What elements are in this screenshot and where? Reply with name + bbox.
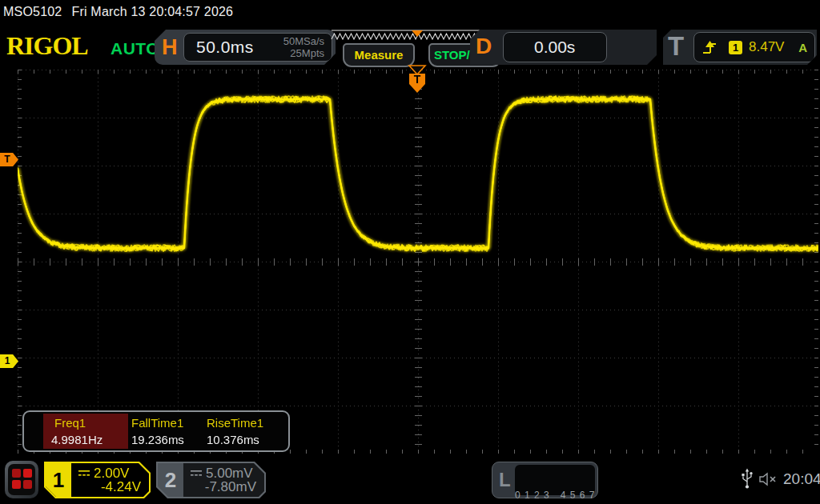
datetime: Fri March 13 20:04:57 2026 [71,5,233,18]
display-layout-button[interactable] [5,461,38,498]
measure-button[interactable]: Measure [343,43,415,67]
timebase-valuebox[interactable]: 50.0ms 50MSa/s 25Mpts [183,33,332,62]
trigger-position-marker[interactable]: T [406,64,428,94]
logic-channels-block[interactable]: L 0 1 2 3 4 5 6 7 8 9 1011 12131415 [492,462,598,498]
dc-coupling-icon [190,469,203,478]
channel2-status-block[interactable]: 2 5.00mV -7.80mV [156,462,266,498]
waveform-display[interactable] [18,70,818,454]
trigger-level-marker[interactable]: T [0,153,18,166]
channel1-status-block[interactable]: 1 2.00V -4.24V [44,462,151,498]
svg-text:T: T [414,73,421,86]
timebase-value: 50.0ms [196,38,254,57]
trigger-settings-box[interactable]: T 1 8.47V A [663,30,817,65]
trigger-label: T [668,31,684,62]
delay-settings-box[interactable]: D 0.00s [470,30,657,65]
channel1-number[interactable]: 1 [46,463,71,497]
channel2-number[interactable]: 2 [158,463,183,497]
delay-value: 0.00s [534,38,575,57]
measurement-value: 10.376ms [207,433,259,446]
logic-label: L [499,469,511,491]
sample-rate: 50MSa/s [283,35,324,47]
measurement-panel[interactable]: Freq1 4.9981Hz FallTime1 19.236ms RiseTi… [22,410,290,452]
usb-icon [741,468,754,490]
measurement-value: 4.9981Hz [51,433,102,446]
measurement-label[interactable]: RiseTime1 [207,416,263,430]
memory-depth: 25Mpts [283,47,324,59]
brand-logo: RIGOL [6,31,88,61]
measurement-value: 19.236ms [131,433,184,446]
model-name: MSO5102 [3,5,62,18]
delay-label: D [476,34,492,59]
rising-edge-icon [701,39,718,55]
trigger-level-value: 8.47V [749,39,784,55]
measurement-label[interactable]: FallTime1 [131,416,183,430]
logic-channel-list: 0 1 2 3 4 5 6 7 8 9 1011 12131415 [515,465,595,495]
logic-row: 0 1 2 3 4 5 6 7 [515,490,595,501]
clock: 20:04 [783,470,820,488]
measurement-label[interactable]: Freq1 [54,416,86,430]
acquisition-rates: 50MSa/s 25Mpts [283,35,324,59]
channel1-position-marker[interactable]: 1 [0,354,18,368]
trigger-status: A [798,41,807,54]
dc-coupling-icon [78,469,90,478]
oscilloscope-screen: MSO5102Fri March 13 20:04:57 2026 RIGOL … [0,0,820,504]
run-mode-badge: AUTO [111,39,159,58]
trigger-source-badge[interactable]: 1 [729,41,742,54]
delay-valuebox[interactable]: 0.00s [503,32,607,62]
horizontal-label: H [162,35,178,60]
speaker-muted-icon[interactable] [758,472,779,486]
titlebar: MSO5102Fri March 13 20:04:57 2026 [3,5,233,19]
trigger-valuebox[interactable]: 1 8.47V A [693,32,815,62]
channel2-offset: -7.80mV [205,479,256,495]
channel1-offset: -4.24V [101,479,141,495]
horizontal-settings-box[interactable]: H 50.0ms 50MSa/s 25Mpts [155,30,336,65]
quad-grid-icon [8,464,35,495]
